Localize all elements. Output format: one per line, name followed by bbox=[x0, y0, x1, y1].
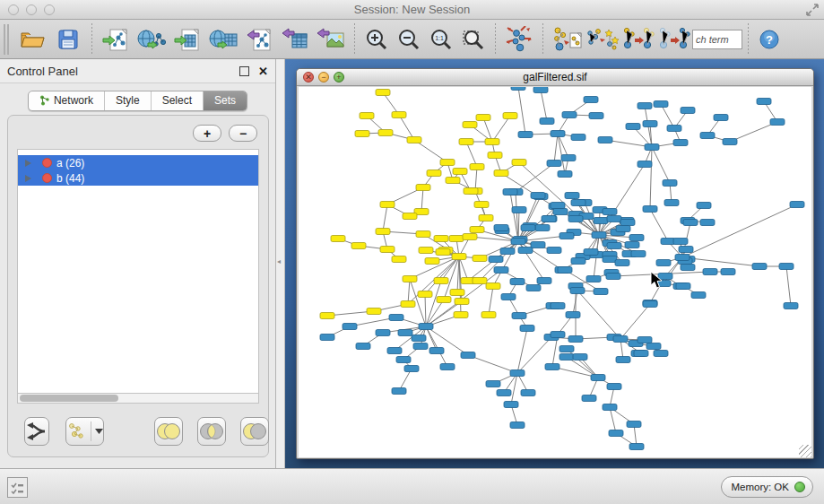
toolbar-drag-handle[interactable] bbox=[4, 24, 9, 55]
close-panel-icon[interactable]: ✕ bbox=[258, 66, 268, 76]
toolbar-separator bbox=[542, 23, 543, 56]
venn-union-icon bbox=[155, 422, 182, 440]
export-network-button[interactable] bbox=[241, 22, 277, 56]
svg-text:1:1: 1:1 bbox=[435, 35, 444, 41]
network-desktop: ✕ − + galFiltered.sif bbox=[285, 59, 824, 468]
clone-network-icon bbox=[621, 26, 655, 53]
control-panel-tabbar: Network Style Select Sets bbox=[0, 91, 275, 111]
set-label: b (44) bbox=[56, 172, 84, 185]
collapse-panel-icon[interactable]: ◂ bbox=[277, 255, 283, 269]
export-image-button[interactable] bbox=[313, 22, 349, 56]
sets-list[interactable]: a (26) b (44) bbox=[17, 149, 259, 393]
resize-grip-icon[interactable] bbox=[799, 445, 811, 457]
set-color-icon bbox=[42, 158, 52, 168]
svg-text:?: ? bbox=[766, 32, 773, 46]
task-list-icon bbox=[11, 482, 24, 494]
export-table-button[interactable] bbox=[277, 22, 313, 56]
zoom-in-icon bbox=[365, 28, 388, 51]
tab-style-label: Style bbox=[116, 94, 140, 107]
add-set-button[interactable]: + bbox=[193, 125, 221, 142]
export-network-icon bbox=[245, 27, 273, 52]
tab-sets[interactable]: Sets bbox=[204, 91, 247, 110]
expand-arrow-icon[interactable] bbox=[25, 160, 31, 167]
set-actions-toolbar bbox=[24, 416, 254, 447]
network-canvas[interactable] bbox=[299, 87, 811, 457]
expand-arrow-icon[interactable] bbox=[25, 175, 31, 182]
venn-difference-icon bbox=[241, 422, 268, 440]
set-label: a (26) bbox=[56, 157, 84, 169]
set-lasso-icon bbox=[66, 422, 86, 440]
apply-preferred-layout-button[interactable] bbox=[501, 22, 537, 56]
import-table-file-icon bbox=[173, 27, 202, 52]
control-panel: Control Panel ✕ Network Style Select Set… bbox=[0, 59, 276, 468]
tab-select[interactable]: Select bbox=[152, 91, 204, 110]
tab-sets-label: Sets bbox=[214, 94, 236, 107]
zoom-fit-button[interactable]: 1:1 bbox=[425, 22, 457, 56]
set-row-b[interactable]: b (44) bbox=[18, 170, 258, 186]
open-session-button[interactable] bbox=[14, 22, 50, 56]
venn-intersection-icon bbox=[198, 422, 225, 440]
horizontal-scrollbar[interactable] bbox=[17, 393, 259, 404]
toolbar-separator bbox=[354, 23, 355, 56]
import-table-from-url-button[interactable] bbox=[205, 22, 241, 56]
import-network-url-icon bbox=[136, 27, 167, 52]
help-icon: ? bbox=[759, 29, 780, 50]
intersection-button[interactable] bbox=[197, 417, 226, 446]
main-toolbar: 1:1 bbox=[0, 20, 824, 59]
import-network-from-url-button[interactable] bbox=[134, 22, 169, 56]
zoom-selected-button[interactable] bbox=[457, 22, 490, 56]
import-table-url-icon bbox=[208, 27, 239, 52]
combo-divider bbox=[91, 421, 91, 441]
panel-splitter[interactable]: ◂ bbox=[276, 59, 285, 468]
export-table-icon bbox=[281, 27, 309, 52]
chevron-down-icon[interactable] bbox=[95, 429, 103, 434]
split-arrows-icon bbox=[25, 421, 48, 441]
new-network-from-selection-button[interactable] bbox=[549, 22, 585, 56]
float-panel-icon[interactable] bbox=[239, 66, 249, 76]
zoom-selected-icon bbox=[462, 28, 485, 51]
first-neighbors-icon bbox=[585, 26, 620, 53]
set-color-icon bbox=[42, 173, 52, 183]
select-first-neighbors-button[interactable] bbox=[585, 22, 620, 56]
save-floppy-icon bbox=[56, 28, 80, 51]
save-session-button[interactable] bbox=[50, 22, 86, 56]
faded-network-icon bbox=[657, 26, 691, 53]
memory-ok-icon bbox=[794, 482, 805, 492]
toolbar-separator bbox=[91, 23, 92, 56]
toolbar-separator bbox=[748, 23, 749, 56]
import-network-from-file-button[interactable] bbox=[98, 22, 134, 56]
layout-icon bbox=[504, 26, 534, 53]
control-panel-header: Control Panel ✕ bbox=[0, 59, 275, 83]
tab-select-label: Select bbox=[162, 94, 192, 107]
network-svg bbox=[299, 87, 811, 457]
export-image-icon bbox=[317, 27, 345, 52]
network-window[interactable]: ✕ − + galFiltered.sif bbox=[296, 68, 814, 459]
split-set-button[interactable] bbox=[24, 417, 49, 446]
window-titlebar: Session: New Session bbox=[0, 0, 824, 20]
import-table-from-file-button[interactable] bbox=[169, 22, 205, 56]
sets-panel: + − a (26) b (44) bbox=[7, 115, 269, 457]
set-row-a[interactable]: a (26) bbox=[18, 155, 258, 170]
memory-status-button[interactable]: Memory: OK bbox=[721, 476, 813, 498]
zoom-out-button[interactable] bbox=[393, 22, 425, 56]
search-input[interactable]: ch term bbox=[692, 30, 742, 49]
zoom-out-icon bbox=[397, 28, 421, 51]
union-button[interactable] bbox=[154, 417, 183, 446]
new-network-selected-nodes-all-edges-button[interactable] bbox=[620, 22, 656, 56]
status-bar: Memory: OK bbox=[0, 468, 824, 504]
tab-style[interactable]: Style bbox=[105, 91, 152, 110]
task-monitor-button[interactable] bbox=[7, 477, 28, 498]
create-set-from-selection-button[interactable] bbox=[65, 417, 104, 446]
scrollbar-thumb[interactable] bbox=[20, 395, 118, 402]
remove-set-button[interactable]: − bbox=[229, 125, 257, 142]
control-panel-title: Control Panel bbox=[7, 65, 239, 78]
difference-button[interactable] bbox=[240, 417, 269, 446]
fullscreen-icon[interactable] bbox=[805, 3, 820, 17]
zoom-fit-icon: 1:1 bbox=[429, 28, 453, 51]
new-network-selected-nodes-selected-edges-button[interactable] bbox=[656, 22, 692, 56]
memory-status-label: Memory: OK bbox=[731, 482, 789, 492]
help-button[interactable]: ? bbox=[754, 22, 785, 56]
network-window-titlebar[interactable]: ✕ − + galFiltered.sif bbox=[297, 69, 813, 86]
tab-network[interactable]: Network bbox=[29, 91, 105, 110]
zoom-in-button[interactable] bbox=[360, 22, 393, 56]
